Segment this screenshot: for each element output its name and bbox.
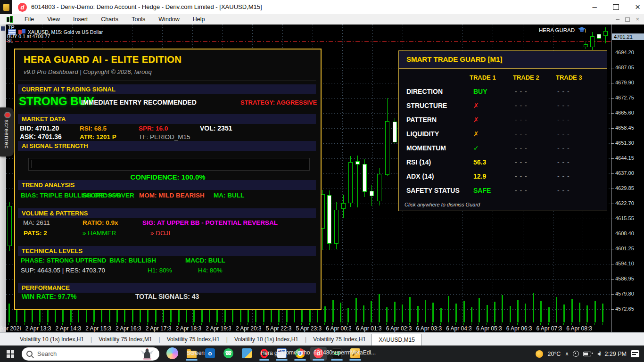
volume-tick (155, 323, 156, 325)
volume-icon[interactable] (595, 352, 600, 356)
current-price-tag: 4701.21 (612, 33, 644, 40)
volume-tick (178, 323, 179, 325)
taskbar-button-deriv[interactable]: d6014803 ... (310, 347, 327, 361)
guard-row: SAFETY STATUSSAFE- - -- - - (399, 187, 607, 196)
volume-bar (324, 306, 326, 322)
notification-icon[interactable] (631, 350, 639, 357)
candle-body (341, 203, 346, 209)
search-input[interactable] (36, 350, 109, 358)
total-signals: TOTAL SIGNALS: 43 (135, 293, 199, 300)
guard-value-trade2: - - - (515, 102, 528, 109)
taskbar-search[interactable] (22, 347, 159, 361)
signal-strength-bar (28, 158, 310, 171)
volume-tick (255, 323, 256, 325)
atr-value: ATR: 1201 P (80, 133, 116, 140)
menu-item-window[interactable]: Window (152, 15, 186, 24)
tab-separator: | (225, 336, 229, 343)
weather-temp[interactable]: 20°C (547, 351, 561, 357)
time-axis-label: 6 Apr 07:30 (537, 325, 562, 332)
menu-item-help[interactable]: Help (186, 15, 212, 24)
time-axis-label: 6 Apr 01:30 (356, 325, 381, 332)
maximize-button[interactable] (613, 4, 619, 10)
taskbar-button-outlook[interactable]: o (202, 347, 218, 361)
volume-bar (494, 302, 495, 322)
guard-value-trade3: - - - (557, 88, 570, 95)
mdi-close-icon[interactable]: × (636, 17, 639, 22)
menu-item-insert[interactable]: Insert (66, 15, 94, 24)
volume-bar (487, 305, 488, 322)
time-axis-label: 2 Apr 20:30 (236, 325, 261, 332)
volume-bar (371, 301, 372, 322)
stop-loss-line[interactable] (6, 41, 611, 42)
chart-tab-2[interactable]: Volatility 75 Index,H1 (161, 334, 225, 345)
attention-underline (313, 359, 324, 361)
taskbar-button-whatsapp[interactable]: ☎ (220, 347, 237, 361)
minimize-button[interactable]: – (592, 2, 596, 12)
volume-tick (540, 323, 541, 325)
collapsed-side-panel[interactable] (0, 25, 7, 332)
menu-item-file[interactable]: File (18, 15, 41, 24)
chart-tab-5[interactable]: XAUUSD,M15 (372, 334, 422, 347)
close-button[interactable]: × (635, 2, 640, 12)
menu-item-charts[interactable]: Charts (94, 15, 125, 24)
guard-value-trade1: ✗ (473, 130, 479, 138)
mdi-minimize-icon[interactable] (616, 19, 619, 20)
system-tray: 20°C ∧ 2:29 PM (536, 350, 641, 358)
taskbar-button-chrome[interactable]: Authoriz... (292, 347, 308, 361)
trend-bias: BIAS: TRIPLE BULLISH CROSSOVER (21, 192, 134, 199)
weather-sun-icon[interactable] (536, 350, 543, 358)
chart-tab-1[interactable]: Volatility 75 Index,M1 (93, 334, 157, 345)
levels-bias: BIAS: BULLISH (109, 257, 156, 264)
time-axis[interactable]: 2 Apr 20262 Apr 13:302 Apr 14:302 Apr 15… (6, 323, 611, 332)
price-axis-label: 4694.20 (615, 49, 634, 55)
volume-bar (432, 303, 434, 322)
attention-underline (186, 359, 198, 361)
taskbar-button-folder[interactable]: Screensh... (183, 347, 200, 361)
chart-tab-0[interactable]: Volatility 10 (1s) Index,H1 (14, 334, 90, 345)
screenrec-widget[interactable]: screenrec (0, 107, 14, 156)
mdi-restore-icon[interactable] (625, 17, 630, 22)
clock[interactable]: 2:29 PM (604, 351, 627, 357)
side-panel-icon (1, 26, 5, 31)
pattern-doji: » DOJI (150, 230, 170, 237)
guard-row-label: PATTERN (406, 116, 437, 123)
price-axis-label: 4629.85 (615, 185, 634, 191)
taskbar-button-notes[interactable] (239, 347, 255, 361)
watermark-text: HERA GURAD (539, 27, 575, 33)
guard-value-trade2: - - - (515, 116, 528, 123)
volume-tick (32, 323, 32, 325)
tray-expand-chevron-icon[interactable]: ∧ (565, 351, 569, 357)
menu-items: FileViewInsertChartsToolsWindowHelp (18, 15, 212, 24)
volume-tick (232, 323, 232, 325)
volume-tick (147, 323, 148, 325)
patterns-count: PATS: 2 (24, 230, 47, 237)
graduation-cap-icon (578, 27, 586, 33)
start-button[interactable] (7, 350, 14, 358)
timeframe-value: TF: PERIOD_M15 (139, 133, 190, 140)
volume-tick (394, 323, 395, 325)
battery-icon[interactable] (583, 352, 591, 356)
menu-item-tools[interactable]: Tools (125, 15, 152, 24)
volume-tick (248, 323, 248, 325)
taskbar-button-supermax[interactable]: superma... (329, 347, 345, 361)
dashboard-title: HERA GUARD AI - ELITE EDITION (24, 54, 182, 65)
volume-bar (586, 305, 588, 322)
taskbar-button-metaeditor[interactable]: MetaEdi... (347, 347, 363, 361)
volume-tick (209, 323, 209, 325)
price-axis[interactable]: 4701.21 4694.204687.054679.904672.754665… (611, 25, 644, 332)
volume-tick (409, 323, 410, 325)
tray-device-icon[interactable] (573, 351, 579, 357)
volume-bar (379, 294, 380, 322)
time-axis-label: 2 Apr 14:30 (56, 325, 81, 332)
chart-tab-3[interactable]: Volatility 10 (1s) Index,H1 (229, 334, 304, 345)
menu-item-view[interactable]: View (41, 15, 66, 24)
chart-tab-4[interactable]: Volatility 75 Index,H1 (307, 334, 372, 345)
guard-row-label: ADX (14) (406, 173, 434, 180)
taskbar-button-opera[interactable]: Hera gu... (257, 347, 272, 361)
taskbar-button-copilot[interactable] (163, 346, 182, 362)
candle-body (603, 31, 608, 36)
taskbar-button-window[interactable]: Chrome ... (273, 347, 290, 361)
volume-bar (602, 304, 603, 322)
smart-trade-guard-panel[interactable]: SMART TRADE GUARD [M1] TRADE 1TRADE 2TRA… (398, 50, 607, 211)
volume-tick (563, 323, 564, 325)
